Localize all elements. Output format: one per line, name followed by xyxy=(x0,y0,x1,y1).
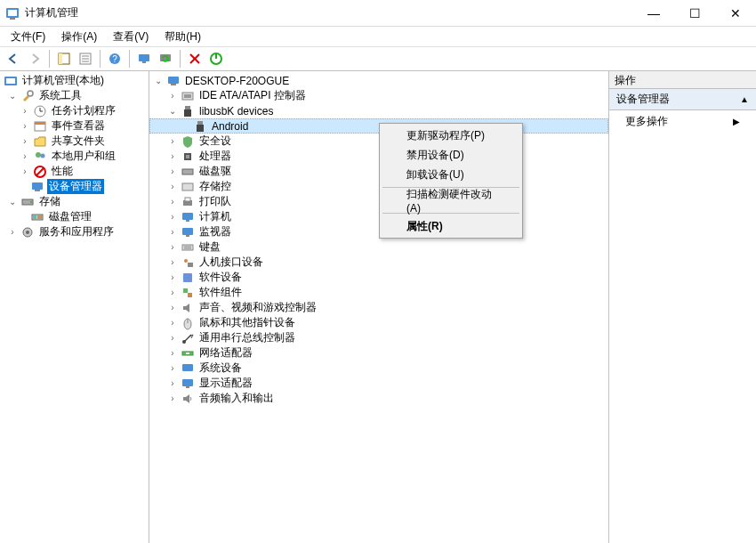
device-hid[interactable]: › 人机接口设备 xyxy=(149,255,608,270)
device-sound[interactable]: › 声音、视频和游戏控制器 xyxy=(149,300,608,315)
collapse-icon[interactable]: ⌄ xyxy=(7,91,18,101)
svg-rect-63 xyxy=(183,288,188,293)
expand-icon[interactable]: › xyxy=(167,393,178,404)
expand-icon[interactable]: › xyxy=(167,166,178,177)
refresh-button[interactable] xyxy=(156,49,175,69)
expand-icon[interactable]: › xyxy=(167,227,178,238)
maximize-button[interactable]: ☐ xyxy=(674,0,715,26)
monitor-icon xyxy=(181,225,195,239)
expand-icon[interactable]: › xyxy=(167,212,178,223)
expand-icon[interactable]: › xyxy=(20,151,30,162)
device-tree-pane[interactable]: ⌄ DESKTOP-F20OGUE › IDE ATA/ATAPI 控制器 ⌄ … xyxy=(149,71,609,543)
svg-text:?: ? xyxy=(112,54,117,64)
expand-icon[interactable]: › xyxy=(167,151,178,162)
left-tree-pane[interactable]: 计算机管理(本地) ⌄ 系统工具 › 任务计划程序 › 事件查看器 › 共享文件… xyxy=(0,71,149,543)
svg-rect-54 xyxy=(186,220,189,222)
left-event-viewer[interactable]: › 事件查看器 xyxy=(0,118,149,134)
device-audio[interactable]: › 音频输入和输出 xyxy=(149,391,608,406)
computer-icon-button[interactable] xyxy=(134,49,154,69)
device-ide[interactable]: › IDE ATA/ATAPI 控制器 xyxy=(149,88,608,103)
expand-icon[interactable]: › xyxy=(20,166,30,177)
svg-rect-70 xyxy=(186,353,189,354)
device-display[interactable]: › 显示适配器 xyxy=(149,376,608,391)
storage-ctrl-icon xyxy=(181,180,195,194)
cm-uninstall-device[interactable]: 卸载设备(U) xyxy=(382,165,520,184)
device-libusbk[interactable]: ⌄ libusbK devices xyxy=(149,103,608,118)
menu-help[interactable]: 帮助(H) xyxy=(157,28,208,46)
expand-icon[interactable]: › xyxy=(167,257,178,268)
expand-icon[interactable]: › xyxy=(167,318,178,328)
expand-icon[interactable]: › xyxy=(167,303,178,313)
collapse-icon[interactable]: ⌄ xyxy=(167,106,178,117)
expand-icon[interactable]: › xyxy=(167,288,178,298)
enable-button[interactable] xyxy=(206,49,226,69)
menu-action[interactable]: 操作(A) xyxy=(54,28,104,46)
expand-icon[interactable]: › xyxy=(20,136,30,147)
context-menu[interactable]: 更新驱动程序(P) 禁用设备(D) 卸载设备(U) 扫描检测硬件改动(A) 属性… xyxy=(379,123,523,239)
device-network[interactable]: › 网络适配器 xyxy=(149,345,608,361)
expand-icon[interactable]: › xyxy=(167,91,178,101)
expand-icon[interactable]: › xyxy=(7,227,18,238)
left-storage[interactable]: ⌄ 存储 xyxy=(0,194,149,209)
left-device-manager[interactable]: 设备管理器 xyxy=(0,179,149,194)
expand-icon[interactable]: › xyxy=(167,363,178,374)
expand-icon[interactable]: › xyxy=(167,242,178,253)
expand-icon[interactable]: › xyxy=(167,272,178,283)
expand-icon[interactable]: › xyxy=(167,182,178,192)
close-button[interactable]: ✕ xyxy=(715,0,756,26)
left-system-tools[interactable]: ⌄ 系统工具 xyxy=(0,88,149,103)
svg-rect-30 xyxy=(32,182,43,190)
actions-section[interactable]: 设备管理器 ▲ xyxy=(609,89,756,110)
services-icon xyxy=(20,225,35,239)
app-icon xyxy=(5,6,20,20)
expand-icon[interactable]: › xyxy=(167,378,178,389)
device-system[interactable]: › 系统设备 xyxy=(149,361,608,376)
collapse-arrow-icon: ▲ xyxy=(740,94,749,104)
svg-rect-52 xyxy=(185,198,190,201)
device-software-dev[interactable]: › 软件设备 xyxy=(149,270,608,285)
device-root[interactable]: ⌄ DESKTOP-F20OGUE xyxy=(149,73,608,88)
expand-icon[interactable]: › xyxy=(167,348,178,359)
menu-view[interactable]: 查看(V) xyxy=(106,28,156,46)
collapse-icon[interactable]: ⌄ xyxy=(153,76,164,86)
cm-properties[interactable]: 属性(R) xyxy=(382,216,520,236)
left-task-scheduler[interactable]: › 任务计划程序 xyxy=(0,103,149,118)
help-button[interactable]: ? xyxy=(105,49,125,69)
back-button[interactable] xyxy=(4,49,23,69)
performance-icon xyxy=(33,165,47,179)
display-icon xyxy=(181,377,195,391)
expand-icon[interactable]: › xyxy=(167,333,178,344)
cm-update-driver[interactable]: 更新驱动程序(P) xyxy=(382,126,520,145)
toolbar: ? xyxy=(0,46,756,71)
forward-button[interactable] xyxy=(25,49,44,69)
left-root[interactable]: 计算机管理(本地) xyxy=(0,73,149,88)
left-disk-management[interactable]: 磁盘管理 xyxy=(0,209,149,224)
menu-file[interactable]: 文件(F) xyxy=(4,28,52,46)
device-mouse[interactable]: › 鼠标和其他指针设备 xyxy=(149,315,608,330)
svg-point-33 xyxy=(30,201,32,203)
properties-button[interactable] xyxy=(76,49,95,69)
expand-icon[interactable]: › xyxy=(20,106,30,117)
svg-rect-72 xyxy=(182,379,193,386)
uninstall-button[interactable] xyxy=(185,49,205,69)
expand-icon[interactable]: › xyxy=(167,136,178,147)
svg-rect-40 xyxy=(171,84,176,85)
actions-more[interactable]: 更多操作 ▶ xyxy=(609,110,756,133)
cm-disable-device[interactable]: 禁用设备(D) xyxy=(382,145,520,165)
left-services-apps[interactable]: › 服务和应用程序 xyxy=(0,224,149,239)
left-shared-folders[interactable]: › 共享文件夹 xyxy=(0,134,149,149)
expand-icon[interactable]: › xyxy=(167,197,178,207)
show-hide-tree-button[interactable] xyxy=(54,49,74,69)
device-software-comp[interactable]: › 软件组件 xyxy=(149,285,608,300)
left-performance[interactable]: › 性能 xyxy=(0,164,149,179)
collapse-icon[interactable]: ⌄ xyxy=(7,197,18,207)
device-keyboard[interactable]: › 键盘 xyxy=(149,239,608,255)
minimize-button[interactable]: — xyxy=(633,0,674,26)
svg-rect-11 xyxy=(139,54,149,61)
left-local-users[interactable]: › 本地用户和组 xyxy=(0,149,149,164)
device-usb[interactable]: › 通用串行总线控制器 xyxy=(149,330,608,345)
expand-icon[interactable]: › xyxy=(20,121,30,132)
svg-rect-48 xyxy=(186,155,189,158)
cm-scan-hardware[interactable]: 扫描检测硬件改动(A) xyxy=(382,190,520,210)
svg-rect-43 xyxy=(185,106,190,109)
